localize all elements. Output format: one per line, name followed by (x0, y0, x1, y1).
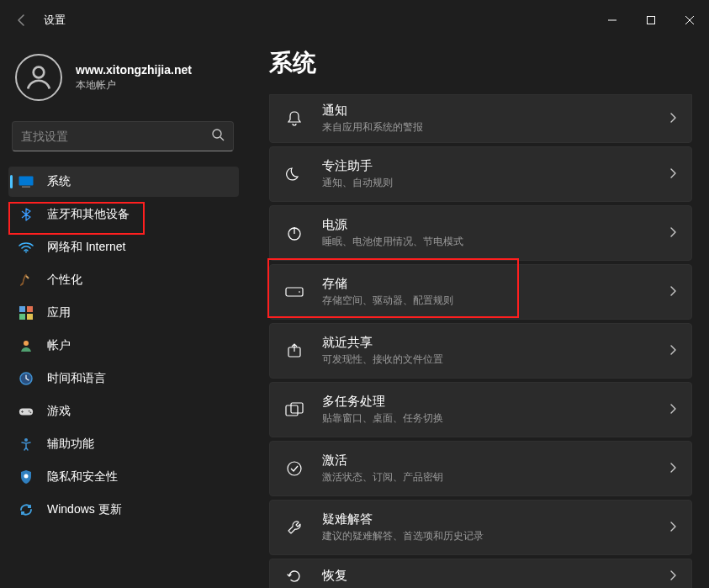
card-title: 多任务处理 (322, 394, 443, 410)
card-share[interactable]: 就近共享可发现性、接收的文件位置 (269, 323, 692, 379)
card-title: 激活 (322, 453, 443, 469)
update-icon (19, 502, 34, 517)
chevron-right-icon (669, 569, 676, 584)
svg-point-19 (24, 438, 28, 442)
card-subtitle: 激活状态、订阅、产品密钥 (322, 470, 443, 485)
minimize-button[interactable] (593, 7, 632, 34)
main-panel: 系统 通知来自应用和系统的警报专注助手通知、自动规则电源睡眠、电池使用情况、节电… (244, 40, 709, 588)
activation-icon (285, 459, 304, 478)
card-title: 专注助手 (322, 158, 393, 174)
sidebar-item-label: 蓝牙和其他设备 (47, 207, 130, 222)
account-username: www.xitongzhijia.net (76, 63, 192, 77)
privacy-icon (19, 469, 34, 485)
sidebar-item-label: 帐户 (47, 338, 71, 353)
personalize-icon (19, 273, 34, 288)
search-box[interactable] (12, 121, 234, 151)
profile[interactable]: www.xitongzhijia.net 本地帐户 (8, 49, 239, 116)
account-type: 本地帐户 (76, 78, 192, 93)
storage-icon (285, 283, 304, 301)
svg-point-18 (30, 411, 32, 413)
search-icon (211, 128, 225, 145)
bluetooth-icon (19, 207, 34, 222)
card-power[interactable]: 电源睡眠、电池使用情况、节电模式 (269, 205, 692, 261)
card-multitask[interactable]: 多任务处理贴靠窗口、桌面、任务切换 (269, 382, 692, 437)
sidebar-item-system[interactable]: 系统 (8, 167, 239, 197)
troubleshoot-icon (285, 518, 304, 537)
card-title: 就近共享 (322, 335, 443, 351)
sidebar-item-accessibility[interactable]: 辅助功能 (8, 429, 239, 459)
sidebar-item-label: Windows 更新 (47, 502, 122, 517)
svg-rect-12 (19, 314, 25, 320)
sidebar-item-label: 时间和语言 (47, 371, 106, 386)
nav-list: 系统蓝牙和其他设备网络和 Internet个性化应用帐户时间和语言游戏辅助功能隐… (8, 167, 239, 525)
svg-rect-11 (27, 306, 33, 312)
card-subtitle: 可发现性、接收的文件位置 (322, 352, 443, 367)
chevron-right-icon (669, 343, 676, 358)
card-title: 电源 (322, 217, 463, 233)
card-recovery[interactable]: 恢复 (269, 559, 692, 588)
sidebar-item-bluetooth[interactable]: 蓝牙和其他设备 (8, 199, 239, 230)
card-bell[interactable]: 通知来自应用和系统的警报 (269, 94, 692, 143)
svg-rect-26 (286, 405, 298, 416)
card-troubleshoot[interactable]: 疑难解答建议的疑难解答、首选项和历史记录 (269, 500, 692, 555)
svg-rect-1 (648, 17, 655, 24)
window-title: 设置 (44, 13, 66, 28)
back-button[interactable] (15, 13, 29, 27)
sidebar-item-gaming[interactable]: 游戏 (8, 396, 239, 426)
sidebar-item-apps[interactable]: 应用 (8, 298, 239, 328)
svg-rect-8 (22, 187, 30, 188)
card-subtitle: 来自应用和系统的警报 (322, 120, 423, 135)
sidebar-item-user[interactable]: 帐户 (8, 331, 239, 361)
sidebar-item-label: 游戏 (47, 404, 71, 419)
svg-point-14 (24, 341, 29, 346)
chevron-right-icon (669, 111, 676, 126)
sidebar-item-label: 网络和 Internet (47, 240, 125, 255)
avatar-icon (15, 54, 62, 101)
search-input[interactable] (21, 130, 211, 143)
chevron-right-icon (669, 461, 676, 476)
card-subtitle: 存储空间、驱动器、配置规则 (322, 294, 453, 308)
card-title: 通知 (322, 103, 423, 119)
recovery-icon (285, 567, 304, 585)
system-icon (19, 174, 34, 189)
moon-icon (285, 165, 304, 183)
card-title: 恢复 (322, 568, 347, 584)
sidebar-item-personalize[interactable]: 个性化 (8, 265, 239, 295)
close-button[interactable] (670, 7, 709, 34)
card-subtitle: 建议的疑难解答、首选项和历史记录 (322, 529, 484, 543)
card-activation[interactable]: 激活激活状态、订阅、产品密钥 (269, 441, 692, 496)
chevron-right-icon (669, 225, 676, 241)
svg-point-20 (24, 474, 29, 479)
sidebar-item-update[interactable]: Windows 更新 (8, 495, 239, 525)
svg-rect-13 (27, 314, 33, 320)
svg-rect-10 (19, 306, 25, 312)
chevron-right-icon (669, 284, 676, 299)
card-title: 疑难解答 (322, 511, 484, 527)
sidebar-item-label: 隐私和安全性 (47, 469, 118, 485)
sidebar-item-label: 系统 (47, 174, 71, 189)
chevron-right-icon (669, 167, 676, 182)
chevron-right-icon (669, 402, 676, 417)
sidebar-item-label: 应用 (47, 305, 71, 320)
multitask-icon (285, 400, 304, 419)
sidebar-item-wifi[interactable]: 网络和 Internet (8, 232, 239, 262)
card-moon[interactable]: 专注助手通知、自动规则 (269, 146, 692, 202)
accessibility-icon (19, 437, 34, 452)
svg-point-17 (29, 411, 30, 412)
svg-line-6 (220, 137, 224, 140)
maximize-button[interactable] (632, 7, 670, 34)
sidebar-item-privacy[interactable]: 隐私和安全性 (8, 462, 239, 492)
card-title: 存储 (322, 276, 453, 292)
svg-point-4 (34, 67, 45, 78)
sidebar-item-clock[interactable]: 时间和语言 (8, 363, 239, 394)
svg-point-5 (213, 130, 221, 138)
svg-point-28 (288, 462, 301, 475)
chevron-right-icon (669, 520, 676, 535)
card-storage[interactable]: 存储存储空间、驱动器、配置规则 (269, 264, 692, 320)
wifi-icon (19, 240, 34, 255)
clock-icon (19, 371, 34, 386)
card-subtitle: 贴靠窗口、桌面、任务切换 (322, 411, 443, 426)
bell-icon (285, 109, 304, 128)
sidebar: www.xitongzhijia.net 本地帐户 系统蓝牙和其他设备网络和 I… (0, 40, 244, 588)
card-subtitle: 睡眠、电池使用情况、节电模式 (322, 235, 463, 249)
